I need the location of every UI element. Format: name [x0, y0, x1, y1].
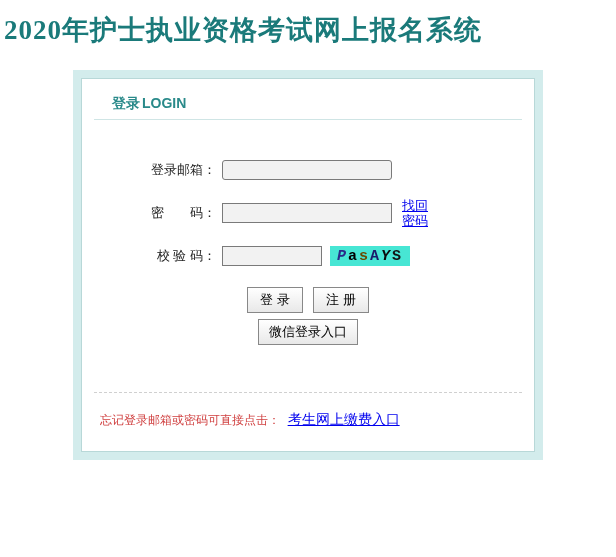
login-header-cn: 登录	[112, 95, 140, 111]
forgot-password-link[interactable]: 找回密码	[402, 198, 432, 228]
footer-area: 忘记登录邮箱或密码可直接点击： 考生网上缴费入口	[94, 392, 522, 451]
register-button[interactable]: 注 册	[313, 287, 369, 313]
login-panel-outer: 登录LOGIN 登录邮箱： 密 码： 找回密码 校 验 码：	[73, 70, 543, 460]
wechat-login-button[interactable]: 微信登录入口	[258, 319, 358, 345]
email-row: 登录邮箱：	[102, 160, 514, 180]
button-row: 登 录 注 册 微信登录入口	[102, 284, 514, 348]
email-input[interactable]	[222, 160, 392, 180]
captcha-label: 校 验 码：	[102, 247, 222, 265]
password-label: 密 码：	[102, 204, 222, 222]
payment-entry-link[interactable]: 考生网上缴费入口	[288, 411, 400, 427]
captcha-input[interactable]	[222, 246, 322, 266]
captcha-row: 校 验 码： PasAYS	[102, 246, 514, 266]
page-title: 2020年护士执业资格考试网上报名系统	[0, 0, 616, 52]
email-label: 登录邮箱：	[102, 161, 222, 179]
password-input[interactable]	[222, 203, 392, 223]
login-button[interactable]: 登 录	[247, 287, 303, 313]
captcha-image[interactable]: PasAYS	[330, 246, 410, 266]
login-panel-inner: 登录LOGIN 登录邮箱： 密 码： 找回密码 校 验 码：	[81, 78, 535, 452]
login-form: 登录邮箱： 密 码： 找回密码 校 验 码： PasAYS	[82, 120, 534, 374]
footer-hint: 忘记登录邮箱或密码可直接点击：	[100, 413, 280, 427]
password-row: 密 码： 找回密码	[102, 198, 514, 228]
login-header-en: LOGIN	[142, 95, 186, 111]
login-header: 登录LOGIN	[94, 79, 522, 120]
